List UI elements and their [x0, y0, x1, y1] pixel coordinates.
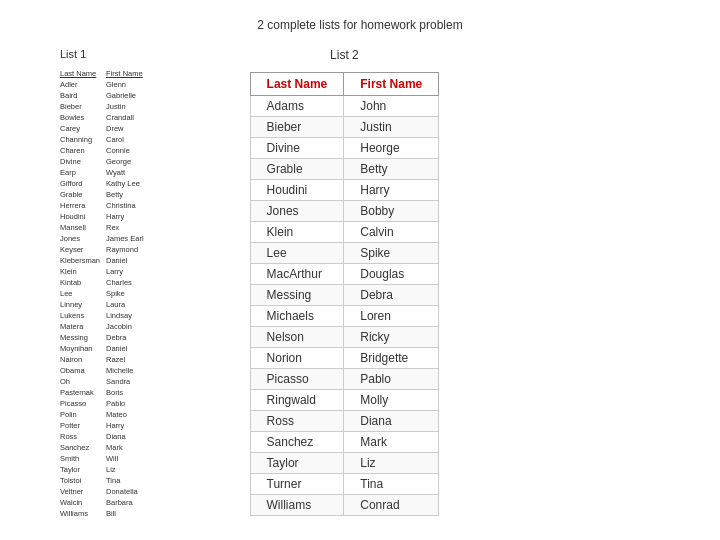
- page-title: 2 complete lists for homework problem: [0, 18, 720, 32]
- table-row: Smith: [60, 453, 106, 464]
- table-row: Picasso: [250, 369, 344, 390]
- table-row: Jones: [60, 233, 106, 244]
- list-item: JonesBobby: [250, 201, 439, 222]
- table-row: Adams: [250, 96, 344, 117]
- table-row: Spike: [344, 243, 439, 264]
- list2-col-lastname: Last Name: [250, 73, 344, 96]
- table-row: Larry: [106, 266, 150, 277]
- table-row: Adler: [60, 79, 106, 90]
- table-row: Liz: [344, 453, 439, 474]
- list-item: KleinCalvin: [250, 222, 439, 243]
- table-row: Grable: [60, 189, 106, 200]
- table-row: Obama: [60, 365, 106, 376]
- list-item: MateraJacobin: [60, 321, 150, 332]
- table-row: Laura: [106, 299, 150, 310]
- list-item: MichaelsLoren: [250, 306, 439, 327]
- table-row: Michaels: [250, 306, 344, 327]
- list-item: DivineGeorge: [60, 156, 150, 167]
- table-row: Debra: [106, 332, 150, 343]
- table-row: Nairon: [60, 354, 106, 365]
- table-row: Taylor: [250, 453, 344, 474]
- table-row: Lee: [250, 243, 344, 264]
- list-item: WilliamsConrad: [250, 495, 439, 516]
- list-item: BowlesCrandall: [60, 112, 150, 123]
- table-row: Justin: [106, 101, 150, 112]
- table-row: Bridgette: [344, 348, 439, 369]
- table-row: Drew: [106, 123, 150, 134]
- table-row: Betty: [344, 159, 439, 180]
- list-item: AdamsJohn: [250, 96, 439, 117]
- table-row: Lee: [60, 288, 106, 299]
- list-item: PicassoPablo: [60, 398, 150, 409]
- list-item: RossDiana: [60, 431, 150, 442]
- list-item: BieberJustin: [60, 101, 150, 112]
- table-row: Harry: [344, 180, 439, 201]
- list-item: KlebersmanDaniel: [60, 255, 150, 266]
- list-item: LeeSpike: [60, 288, 150, 299]
- list-item: HoudiniHarry: [60, 211, 150, 222]
- table-row: Conrad: [344, 495, 439, 516]
- table-row: Boris: [106, 387, 150, 398]
- list-item: GiffordKathy Lee: [60, 178, 150, 189]
- table-row: Messing: [250, 285, 344, 306]
- list-item: AdlerGlenn: [60, 79, 150, 90]
- table-row: Pasternak: [60, 387, 106, 398]
- table-row: Harry: [106, 211, 150, 222]
- table-row: Gabrielle: [106, 90, 150, 101]
- list-item: MoynihanDaniel: [60, 343, 150, 354]
- list-item: LinneyLaura: [60, 299, 150, 310]
- table-row: Turner: [250, 474, 344, 495]
- list-item: TurnerTina: [250, 474, 439, 495]
- list-item: ObamaMichelle: [60, 365, 150, 376]
- table-row: Harry: [106, 420, 150, 431]
- list2-table: Last Name First Name AdamsJohnBieberJust…: [250, 72, 440, 516]
- table-row: Williams: [250, 495, 344, 516]
- table-row: James Earl: [106, 233, 150, 244]
- table-row: Pablo: [106, 398, 150, 409]
- list-item: NelsonRicky: [250, 327, 439, 348]
- list-item: PolinMateo: [60, 409, 150, 420]
- list-item: RingwaldMolly: [250, 390, 439, 411]
- table-row: Ross: [60, 431, 106, 442]
- table-row: Gifford: [60, 178, 106, 189]
- list-item: BairdGabrielle: [60, 90, 150, 101]
- list-item: TolstoiTina: [60, 475, 150, 486]
- table-row: Mansell: [60, 222, 106, 233]
- list-item: GrableBetty: [60, 189, 150, 200]
- table-row: Daniel: [106, 255, 150, 266]
- list-item: MacArthurDouglas: [250, 264, 439, 285]
- list-item: MansellRex: [60, 222, 150, 233]
- list-item: VeltnerDonatella: [60, 486, 150, 497]
- list-item: HerreraChristina: [60, 200, 150, 211]
- table-row: Houdini: [250, 180, 344, 201]
- table-row: Michelle: [106, 365, 150, 376]
- table-row: Carey: [60, 123, 106, 134]
- list-item: OhSandra: [60, 376, 150, 387]
- table-row: Polin: [60, 409, 106, 420]
- table-row: Earp: [60, 167, 106, 178]
- table-row: Taylor: [60, 464, 106, 475]
- list-item: PasternakBoris: [60, 387, 150, 398]
- table-row: Charen: [60, 145, 106, 156]
- table-row: Jacobin: [106, 321, 150, 332]
- table-row: Oh: [60, 376, 106, 387]
- list-item: PotterHarry: [60, 420, 150, 431]
- table-row: Tina: [344, 474, 439, 495]
- table-row: Douglas: [344, 264, 439, 285]
- list-item: BieberJustin: [250, 117, 439, 138]
- list-item: DivineHeorge: [250, 138, 439, 159]
- table-row: Norion: [250, 348, 344, 369]
- table-row: Daniel: [106, 343, 150, 354]
- list-item: KleinLarry: [60, 266, 150, 277]
- list-item: RossDiana: [250, 411, 439, 432]
- table-row: Razel: [106, 354, 150, 365]
- table-row: Diana: [106, 431, 150, 442]
- table-row: Kathy Lee: [106, 178, 150, 189]
- table-row: Klebersman: [60, 255, 106, 266]
- list-item: MessingDebra: [250, 285, 439, 306]
- table-row: Sanchez: [250, 432, 344, 453]
- table-row: Crandall: [106, 112, 150, 123]
- table-row: Christina: [106, 200, 150, 211]
- table-row: John: [344, 96, 439, 117]
- table-row: Messing: [60, 332, 106, 343]
